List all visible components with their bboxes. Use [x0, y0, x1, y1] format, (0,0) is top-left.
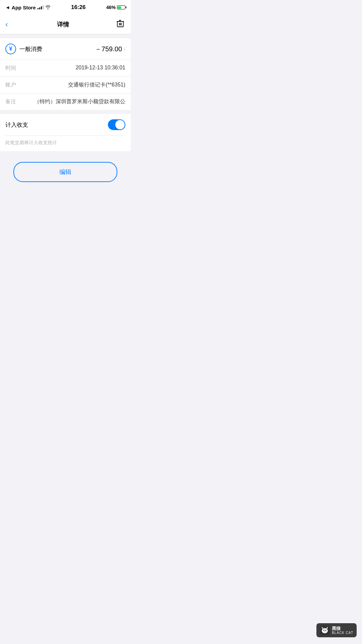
wifi-icon	[45, 5, 51, 9]
toggle-label: 计入收支	[5, 121, 28, 129]
account-label: 账户	[5, 81, 22, 89]
income-toggle[interactable]	[108, 119, 125, 130]
status-left: ◄ App Store	[5, 5, 51, 10]
category-left: ¥ 一般消费	[5, 44, 42, 54]
back-button[interactable]: ‹	[5, 19, 10, 30]
time-value: 2019-12-13 10:36:01	[22, 65, 125, 71]
transaction-amount: －759.00	[95, 45, 122, 54]
battery-percent: 46%	[106, 5, 116, 10]
time-label: 时间	[5, 65, 22, 72]
toggle-knob	[115, 120, 125, 129]
amount-row: －759.00 ›	[95, 45, 125, 54]
status-right: 46%	[106, 5, 125, 10]
detail-row-note: 备注 （特约）深圳普罗米斯小额贷款有限公	[0, 94, 131, 110]
delete-button[interactable]	[115, 18, 125, 31]
detail-row-account: 账户 交通银行借记卡(**6351)	[0, 77, 131, 94]
status-time: 16:26	[71, 4, 85, 11]
category-name: 一般消费	[19, 45, 42, 53]
category-section: ¥ 一般消费 －759.00 › 时间 2019-12-13 10:36:01 …	[0, 38, 131, 110]
toggle-row: 计入收支	[5, 119, 125, 136]
category-row[interactable]: ¥ 一般消费 －759.00 ›	[0, 38, 131, 60]
detail-row-time: 时间 2019-12-13 10:36:01	[0, 60, 131, 77]
toggle-section: 计入收支 此笔交易将计入收支统计	[0, 114, 131, 151]
status-bar: ◄ App Store 16:26 46%	[0, 0, 131, 15]
battery-icon	[117, 5, 125, 9]
category-icon: ¥	[5, 44, 16, 54]
edit-section: 编辑	[0, 151, 131, 193]
carrier-label: App Store	[12, 5, 36, 10]
signal-icon	[38, 5, 44, 9]
note-value: （特约）深圳普罗米斯小额贷款有限公	[22, 98, 125, 105]
back-arrow-status: ◄	[5, 5, 10, 10]
edit-button[interactable]: 编辑	[13, 162, 117, 182]
chevron-right-icon: ›	[123, 46, 125, 53]
note-label: 备注	[5, 98, 22, 105]
account-value: 交通银行借记卡(**6351)	[22, 81, 125, 89]
toggle-hint: 此笔交易将计入收支统计	[5, 136, 125, 151]
nav-bar: ‹ 详情	[0, 15, 131, 34]
page-title: 详情	[57, 20, 69, 28]
